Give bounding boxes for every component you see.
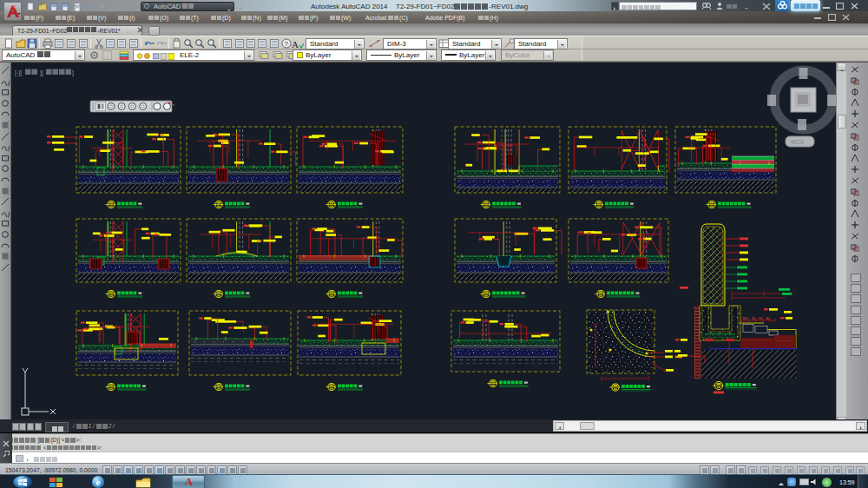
svg-text:60: 60 (759, 317, 762, 320)
svg-text:WCS: WCS (791, 139, 805, 145)
svg-text:?: ? (285, 40, 289, 48)
svg-text:][: ][ (40, 69, 43, 76)
svg-text:30: 30 (766, 317, 769, 320)
svg-text:A: A (292, 39, 299, 49)
svg-text:30: 30 (752, 317, 755, 320)
svg-text:100: 100 (742, 317, 747, 320)
svg-text:[-][: [-][ (15, 69, 22, 76)
svg-text:]: ] (72, 69, 74, 76)
